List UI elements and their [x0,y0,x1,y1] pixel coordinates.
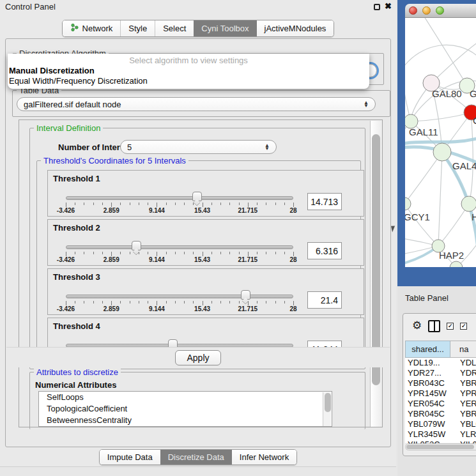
tab-cyni-toolbox-label: Cyni Toolbox [201,24,249,33]
tab-select[interactable]: Select [155,20,194,36]
table-cell-name[interactable]: YBR0 [457,378,476,388]
table-cell-shared-name[interactable]: YDR27... [405,368,457,378]
tab-style[interactable]: Style [120,20,155,36]
slider-tick [229,301,230,303]
table-horizontal-scrollbar-thumb[interactable] [406,445,474,449]
apply-button[interactable]: Apply [175,350,221,365]
minimize-traffic-light-icon[interactable] [422,6,431,15]
bottom-tab-impute-data[interactable]: Impute Data [100,450,160,464]
attribute-item-selfloops[interactable]: SelfLoops [39,392,332,403]
slider-tick [139,203,139,205]
network-node-gal4[interactable] [433,143,451,161]
network-node-h[interactable] [461,196,476,211]
threshold-3-slider-thumb[interactable] [241,290,250,300]
slider-tick [203,252,203,256]
table-row[interactable]: YDL19...YDL1 [405,358,476,368]
threshold-2-slider-thumb[interactable] [132,241,141,250]
network-node-gcy1[interactable] [405,197,411,210]
zoom-traffic-light-icon[interactable] [436,6,444,15]
table-row[interactable]: YLR345WYLR3 [405,429,476,440]
table-row[interactable]: YPR145WYPR1 [405,388,476,399]
table-cell-shared-name[interactable]: YDL19... [405,358,457,368]
slider-tick-label: 9.144 [149,256,165,263]
slider-tick [211,203,212,205]
network-node[interactable] [450,261,463,267]
tab-jactivemnodules-label: jActiveMNodules [265,24,326,33]
combo-stepper-icon: ▲▼ [364,101,369,107]
split-columns-icon[interactable] [428,320,440,332]
slider-tick [220,203,221,205]
slider-tick-label: 28 [289,256,296,263]
number-of-intervals-combobox[interactable]: 5 ▲▼ [120,140,277,154]
table-horizontal-scrollbar[interactable] [405,443,476,450]
tab-jactivemnodules[interactable]: jActiveMNodules [257,20,334,36]
network-edge [411,112,472,121]
table-cell-shared-name[interactable]: YBR045C [405,409,457,419]
close-traffic-light-icon[interactable] [409,6,417,15]
threshold-1-slider-track[interactable] [66,196,293,200]
slider-tick [111,203,112,207]
node-label-h: H [472,211,476,222]
attribute-item-topologicalcoefficient[interactable]: TopologicalCoefficient [39,403,332,415]
slider-tick [66,203,66,207]
thresholds-group: Threshold's Coordinates for 5 Intervals … [36,160,361,366]
network-canvas[interactable]: GAL80GACGAL11GAL4GCY1HHAP2 [405,18,476,267]
slider-tick [175,301,176,303]
threshold-2-value-field[interactable]: 6.316 [307,242,342,259]
table-row[interactable]: YBR045CYBR0 [405,409,476,419]
slider-tick [157,301,157,305]
table-cell-name[interactable]: YBL0 [457,419,476,429]
threshold-3-value-field[interactable]: 21.4 [307,291,342,309]
checkbox-checked-icon[interactable]: ✓ [447,323,454,330]
settings-scroll-panel: Interval Definition Number of Intervals … [19,119,383,427]
slider-tick-label: -3.426 [57,256,75,263]
thresholds-group-title: Threshold's Coordinates for 5 Intervals [41,156,188,165]
attributes-list-scrollbar-thumb[interactable] [325,393,331,412]
table-row[interactable]: YDR27...YDR2 [405,368,476,378]
threshold-3-slider-track[interactable] [66,295,293,298]
table-cell-name[interactable]: YDR2 [457,368,476,378]
algorithm-option-equal-width[interactable]: Equal Width/Frequency Discretization [9,76,367,86]
algorithm-option-manual[interactable]: Manual Discretization [9,66,367,75]
slider-tick [239,203,240,205]
table-row[interactable]: YBR043CYBR0 [405,378,476,388]
table-cell-shared-name[interactable]: YBR043C [405,378,457,388]
table-cell-shared-name[interactable]: YPR145W [405,388,457,399]
bottom-tab-infer-network[interactable]: Infer Network [232,450,296,464]
gear-icon[interactable]: ⚙ [412,321,422,331]
threshold-1-slider-thumb[interactable] [192,192,202,201]
table-cell-shared-name[interactable]: YBL079W [405,419,457,429]
slider-tick [120,252,121,254]
slider-tick-label: 21.715 [238,305,258,312]
table-cell-name[interactable]: YPR1 [457,388,476,399]
table-cell-name[interactable]: YER0 [457,399,476,409]
table-row[interactable]: YBL079WYBL0 [405,419,476,429]
threshold-1-value-field[interactable]: 14.713 [307,193,342,210]
numerical-attributes-list[interactable]: SelfLoopsTopologicalCoefficientBetweenne… [38,391,332,427]
threshold-2-slider-track[interactable] [66,245,293,249]
table-cell-name[interactable]: YDL1 [457,358,476,368]
slider-tick-label: 9.144 [149,305,165,312]
slider-tick [239,301,240,303]
threshold-3-box: Threshold 3-3.4262.8599.14415.4321.71528… [47,268,364,315]
table-cell-name[interactable]: YBR0 [457,409,476,419]
table-cell-name[interactable]: YLR3 [457,429,476,440]
close-icon[interactable]: ✖ [385,1,392,11]
tab-network[interactable]: Network [63,20,121,36]
table-cell-shared-name[interactable]: YLR345W [405,429,457,440]
float-icon[interactable] [374,4,380,10]
settings-vertical-scrollbar[interactable] [370,121,381,427]
slider-tick [193,301,194,303]
checkbox-checked-icon[interactable]: ✓ [460,323,467,330]
attribute-item-betweennesscentrality[interactable]: BetweennessCentrality [39,415,332,426]
bottom-tab-discretize-data[interactable]: Discretize Data [160,450,232,464]
tab-cyni-toolbox[interactable]: Cyni Toolbox [194,20,256,36]
numerical-attributes-label: Numerical Attributes [35,380,116,390]
table-header-name[interactable]: na [450,341,476,358]
table-data-combobox[interactable]: galFiltered.sif default node ▲▼ [17,97,376,111]
table-cell-shared-name[interactable]: YER054C [405,399,457,409]
table-row[interactable]: YER054CYER0 [405,399,476,409]
bottom-tab-bar: Impute DataDiscretize DataInfer Network [0,449,396,465]
attributes-list-scrollbar[interactable] [323,392,331,427]
table-header-shared-name[interactable]: shared... [405,341,450,358]
